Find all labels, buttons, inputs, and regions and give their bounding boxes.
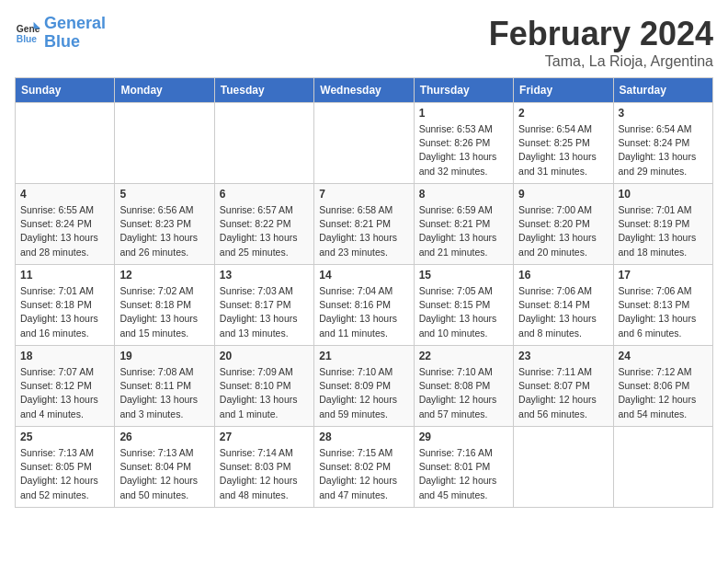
calendar-week-1: 1Sunrise: 6:53 AMSunset: 8:26 PMDaylight… — [16, 103, 713, 184]
day-info: Sunrise: 7:11 AMSunset: 8:07 PMDaylight:… — [518, 365, 608, 421]
day-number: 28 — [319, 431, 408, 443]
col-header-saturday: Saturday — [613, 78, 712, 103]
calendar-cell: 22Sunrise: 7:10 AMSunset: 8:08 PMDayligh… — [414, 346, 513, 427]
day-number: 16 — [518, 269, 608, 282]
calendar-table: SundayMondayTuesdayWednesdayThursdayFrid… — [15, 77, 713, 508]
day-number: 6 — [220, 188, 309, 201]
day-info: Sunrise: 7:01 AMSunset: 8:18 PMDaylight:… — [20, 284, 109, 340]
page-header: General Blue General Blue February 2024 … — [15, 15, 713, 70]
col-header-friday: Friday — [514, 78, 613, 103]
day-number: 9 — [518, 188, 608, 201]
calendar-week-2: 4Sunrise: 6:55 AMSunset: 8:24 PMDaylight… — [16, 184, 713, 265]
calendar-cell: 7Sunrise: 6:58 AMSunset: 8:21 PMDaylight… — [314, 184, 414, 265]
calendar-cell: 19Sunrise: 7:08 AMSunset: 8:11 PMDayligh… — [115, 346, 214, 427]
calendar-cell: 21Sunrise: 7:10 AMSunset: 8:09 PMDayligh… — [314, 346, 414, 427]
day-number: 17 — [619, 269, 708, 282]
calendar-header-row: SundayMondayTuesdayWednesdayThursdayFrid… — [16, 78, 713, 103]
calendar-cell: 29Sunrise: 7:16 AMSunset: 8:01 PMDayligh… — [414, 427, 513, 508]
day-info: Sunrise: 7:00 AMSunset: 8:20 PMDaylight:… — [518, 203, 608, 259]
day-number: 25 — [20, 431, 109, 443]
calendar-cell — [16, 103, 115, 184]
calendar-cell: 13Sunrise: 7:03 AMSunset: 8:17 PMDayligh… — [214, 265, 313, 346]
day-number: 3 — [619, 107, 708, 120]
day-number: 12 — [119, 269, 209, 282]
day-number: 7 — [319, 188, 408, 201]
calendar-cell: 9Sunrise: 7:00 AMSunset: 8:20 PMDaylight… — [514, 184, 613, 265]
day-info: Sunrise: 7:04 AMSunset: 8:16 PMDaylight:… — [319, 284, 408, 340]
calendar-cell — [613, 427, 712, 508]
day-info: Sunrise: 7:16 AMSunset: 8:01 PMDaylight:… — [419, 446, 508, 502]
col-header-tuesday: Tuesday — [214, 78, 313, 103]
day-number: 4 — [20, 188, 109, 201]
day-number: 5 — [119, 188, 209, 201]
logo: General Blue General Blue — [15, 15, 106, 52]
day-info: Sunrise: 6:56 AMSunset: 8:23 PMDaylight:… — [119, 203, 209, 259]
day-info: Sunrise: 7:05 AMSunset: 8:15 PMDaylight:… — [419, 284, 508, 340]
calendar-cell: 14Sunrise: 7:04 AMSunset: 8:16 PMDayligh… — [314, 265, 414, 346]
calendar-cell: 12Sunrise: 7:02 AMSunset: 8:18 PMDayligh… — [115, 265, 214, 346]
day-number: 15 — [419, 269, 508, 282]
day-number: 8 — [419, 188, 508, 201]
location: Tama, La Rioja, Argentina — [489, 53, 713, 70]
calendar-cell: 26Sunrise: 7:13 AMSunset: 8:04 PMDayligh… — [115, 427, 214, 508]
calendar-cell: 16Sunrise: 7:06 AMSunset: 8:14 PMDayligh… — [514, 265, 613, 346]
calendar-cell: 3Sunrise: 6:54 AMSunset: 8:24 PMDaylight… — [613, 103, 712, 184]
day-info: Sunrise: 6:54 AMSunset: 8:24 PMDaylight:… — [619, 122, 708, 178]
day-info: Sunrise: 7:10 AMSunset: 8:08 PMDaylight:… — [419, 365, 508, 421]
day-info: Sunrise: 7:07 AMSunset: 8:12 PMDaylight:… — [20, 365, 109, 421]
calendar-cell: 25Sunrise: 7:13 AMSunset: 8:05 PMDayligh… — [16, 427, 115, 508]
day-info: Sunrise: 7:13 AMSunset: 8:04 PMDaylight:… — [119, 446, 209, 502]
calendar-cell: 11Sunrise: 7:01 AMSunset: 8:18 PMDayligh… — [16, 265, 115, 346]
month-year: February 2024 — [489, 15, 713, 53]
logo-blue: Blue — [44, 32, 80, 51]
day-info: Sunrise: 7:06 AMSunset: 8:13 PMDaylight:… — [619, 284, 708, 340]
day-info: Sunrise: 7:09 AMSunset: 8:10 PMDaylight:… — [220, 365, 309, 421]
day-number: 21 — [319, 350, 408, 362]
logo-text: General Blue — [44, 15, 106, 52]
calendar-cell: 20Sunrise: 7:09 AMSunset: 8:10 PMDayligh… — [214, 346, 313, 427]
day-info: Sunrise: 7:13 AMSunset: 8:05 PMDaylight:… — [20, 446, 109, 502]
day-info: Sunrise: 6:53 AMSunset: 8:26 PMDaylight:… — [419, 122, 508, 178]
calendar-cell: 5Sunrise: 6:56 AMSunset: 8:23 PMDaylight… — [115, 184, 214, 265]
calendar-cell — [314, 103, 414, 184]
logo-icon: General Blue — [15, 20, 40, 46]
day-info: Sunrise: 7:06 AMSunset: 8:14 PMDaylight:… — [518, 284, 608, 340]
day-number: 26 — [119, 431, 209, 443]
calendar-cell: 2Sunrise: 6:54 AMSunset: 8:25 PMDaylight… — [514, 103, 613, 184]
title-block: February 2024 Tama, La Rioja, Argentina — [489, 15, 713, 70]
calendar-cell: 1Sunrise: 6:53 AMSunset: 8:26 PMDaylight… — [414, 103, 513, 184]
calendar-cell: 17Sunrise: 7:06 AMSunset: 8:13 PMDayligh… — [613, 265, 712, 346]
calendar-cell: 18Sunrise: 7:07 AMSunset: 8:12 PMDayligh… — [16, 346, 115, 427]
calendar-cell: 15Sunrise: 7:05 AMSunset: 8:15 PMDayligh… — [414, 265, 513, 346]
day-number: 2 — [518, 107, 608, 120]
calendar-cell — [214, 103, 313, 184]
day-number: 23 — [518, 350, 608, 362]
calendar-cell: 10Sunrise: 7:01 AMSunset: 8:19 PMDayligh… — [613, 184, 712, 265]
day-info: Sunrise: 7:14 AMSunset: 8:03 PMDaylight:… — [220, 446, 309, 502]
day-number: 11 — [20, 269, 109, 282]
calendar-cell: 27Sunrise: 7:14 AMSunset: 8:03 PMDayligh… — [214, 427, 313, 508]
calendar-cell: 23Sunrise: 7:11 AMSunset: 8:07 PMDayligh… — [514, 346, 613, 427]
day-info: Sunrise: 6:57 AMSunset: 8:22 PMDaylight:… — [220, 203, 309, 259]
day-number: 10 — [619, 188, 708, 201]
day-info: Sunrise: 6:55 AMSunset: 8:24 PMDaylight:… — [20, 203, 109, 259]
calendar-cell: 28Sunrise: 7:15 AMSunset: 8:02 PMDayligh… — [314, 427, 414, 508]
col-header-thursday: Thursday — [414, 78, 513, 103]
calendar-week-5: 25Sunrise: 7:13 AMSunset: 8:05 PMDayligh… — [16, 427, 713, 508]
day-number: 24 — [619, 350, 708, 362]
day-info: Sunrise: 7:15 AMSunset: 8:02 PMDaylight:… — [319, 446, 408, 502]
day-number: 20 — [220, 350, 309, 362]
day-info: Sunrise: 7:02 AMSunset: 8:18 PMDaylight:… — [119, 284, 209, 340]
calendar-cell: 8Sunrise: 6:59 AMSunset: 8:21 PMDaylight… — [414, 184, 513, 265]
logo-general: General — [44, 14, 106, 32]
day-info: Sunrise: 7:12 AMSunset: 8:06 PMDaylight:… — [619, 365, 708, 421]
day-number: 22 — [419, 350, 508, 362]
day-info: Sunrise: 7:10 AMSunset: 8:09 PMDaylight:… — [319, 365, 408, 421]
col-header-monday: Monday — [115, 78, 214, 103]
calendar-cell: 4Sunrise: 6:55 AMSunset: 8:24 PMDaylight… — [16, 184, 115, 265]
svg-text:Blue: Blue — [17, 34, 38, 44]
col-header-sunday: Sunday — [16, 78, 115, 103]
day-info: Sunrise: 7:03 AMSunset: 8:17 PMDaylight:… — [220, 284, 309, 340]
day-number: 27 — [220, 431, 309, 443]
day-info: Sunrise: 7:08 AMSunset: 8:11 PMDaylight:… — [119, 365, 209, 421]
